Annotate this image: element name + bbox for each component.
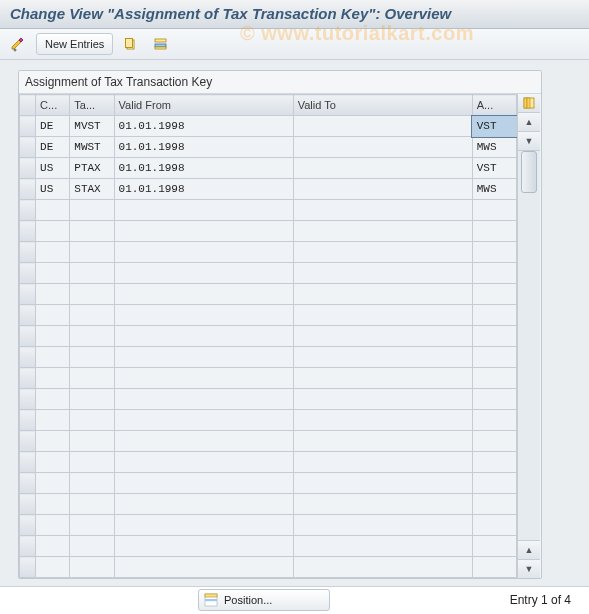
table-cell[interactable] [293, 116, 472, 137]
table-cell[interactable] [114, 200, 293, 221]
table-cell[interactable]: VST [472, 158, 516, 179]
table-row[interactable] [20, 515, 517, 536]
table-row[interactable] [20, 389, 517, 410]
col-tax-type-header[interactable]: Ta... [70, 95, 114, 116]
table-cell[interactable] [472, 221, 516, 242]
delete-button[interactable] [149, 33, 173, 55]
table-cell[interactable] [36, 242, 70, 263]
table-cell[interactable] [114, 326, 293, 347]
table-cell[interactable] [114, 368, 293, 389]
row-selector[interactable] [20, 263, 36, 284]
table-cell[interactable] [70, 536, 114, 557]
table-cell[interactable] [293, 242, 472, 263]
table-cell[interactable]: VST [472, 116, 516, 137]
row-selector[interactable] [20, 368, 36, 389]
table-cell[interactable] [472, 200, 516, 221]
vertical-scrollbar[interactable]: ▲ ▼ ▲ ▼ [517, 94, 540, 578]
table-row[interactable] [20, 242, 517, 263]
table-cell[interactable] [472, 515, 516, 536]
table-cell[interactable] [36, 515, 70, 536]
table-cell[interactable] [36, 305, 70, 326]
table-cell[interactable] [70, 263, 114, 284]
table-cell[interactable] [293, 263, 472, 284]
table-cell[interactable] [472, 494, 516, 515]
table-cell[interactable] [36, 473, 70, 494]
table-cell[interactable] [472, 263, 516, 284]
row-selector[interactable] [20, 389, 36, 410]
table-cell[interactable] [36, 200, 70, 221]
toggle-display-change-button[interactable] [6, 33, 30, 55]
table-row[interactable]: DEMVST01.01.1998VST [20, 116, 517, 137]
table-cell[interactable] [70, 305, 114, 326]
table-cell[interactable] [70, 242, 114, 263]
scroll-down-arrow-icon[interactable]: ▼ [518, 559, 540, 578]
table-cell[interactable] [70, 452, 114, 473]
table-cell[interactable] [293, 494, 472, 515]
table-cell[interactable]: 01.01.1998 [114, 158, 293, 179]
table-cell[interactable] [472, 431, 516, 452]
table-cell[interactable] [70, 389, 114, 410]
data-table[interactable]: C... Ta... Valid From Valid To A... DEMV… [19, 94, 517, 578]
row-selector[interactable] [20, 494, 36, 515]
table-cell[interactable] [472, 389, 516, 410]
table-cell[interactable] [36, 557, 70, 578]
table-row[interactable] [20, 305, 517, 326]
table-cell[interactable]: PTAX [70, 158, 114, 179]
copy-as-button[interactable] [119, 33, 143, 55]
table-cell[interactable] [114, 536, 293, 557]
table-cell[interactable] [70, 410, 114, 431]
table-cell[interactable] [293, 368, 472, 389]
table-cell[interactable] [293, 200, 472, 221]
table-cell[interactable] [293, 284, 472, 305]
col-country-header[interactable]: C... [36, 95, 70, 116]
row-selector[interactable] [20, 536, 36, 557]
table-row[interactable] [20, 536, 517, 557]
table-cell[interactable]: STAX [70, 179, 114, 200]
row-selector[interactable] [20, 179, 36, 200]
table-cell[interactable] [293, 431, 472, 452]
table-cell[interactable] [472, 242, 516, 263]
table-cell[interactable] [472, 452, 516, 473]
table-row[interactable] [20, 347, 517, 368]
row-selector[interactable] [20, 515, 36, 536]
col-acct-key-header[interactable]: A... [472, 95, 516, 116]
table-row[interactable] [20, 263, 517, 284]
table-cell[interactable] [472, 473, 516, 494]
table-cell[interactable] [472, 557, 516, 578]
table-cell[interactable]: MWST [70, 137, 114, 158]
table-cell[interactable]: MWS [472, 179, 516, 200]
table-cell[interactable] [114, 389, 293, 410]
table-cell[interactable] [472, 284, 516, 305]
table-row[interactable] [20, 410, 517, 431]
table-row[interactable] [20, 326, 517, 347]
table-cell[interactable] [36, 536, 70, 557]
table-cell[interactable] [293, 221, 472, 242]
table-row[interactable] [20, 284, 517, 305]
table-cell[interactable] [70, 221, 114, 242]
table-cell[interactable] [36, 347, 70, 368]
table-cell[interactable] [70, 431, 114, 452]
table-cell[interactable] [472, 410, 516, 431]
scroll-up-step-icon[interactable]: ▲ [518, 540, 540, 559]
table-cell[interactable] [293, 557, 472, 578]
table-row[interactable] [20, 368, 517, 389]
table-row[interactable] [20, 494, 517, 515]
table-cell[interactable] [293, 137, 472, 158]
table-cell[interactable] [114, 494, 293, 515]
table-cell[interactable] [472, 347, 516, 368]
table-cell[interactable] [114, 347, 293, 368]
table-cell[interactable] [293, 326, 472, 347]
table-cell[interactable]: DE [36, 116, 70, 137]
table-row[interactable] [20, 557, 517, 578]
table-cell[interactable] [114, 452, 293, 473]
table-cell[interactable]: MVST [70, 116, 114, 137]
table-cell[interactable] [472, 326, 516, 347]
configure-columns-icon[interactable] [518, 94, 540, 113]
row-selector[interactable] [20, 305, 36, 326]
table-cell[interactable] [114, 305, 293, 326]
table-row[interactable] [20, 221, 517, 242]
table-cell[interactable] [70, 347, 114, 368]
table-cell[interactable] [114, 515, 293, 536]
row-selector[interactable] [20, 326, 36, 347]
row-selector[interactable] [20, 284, 36, 305]
